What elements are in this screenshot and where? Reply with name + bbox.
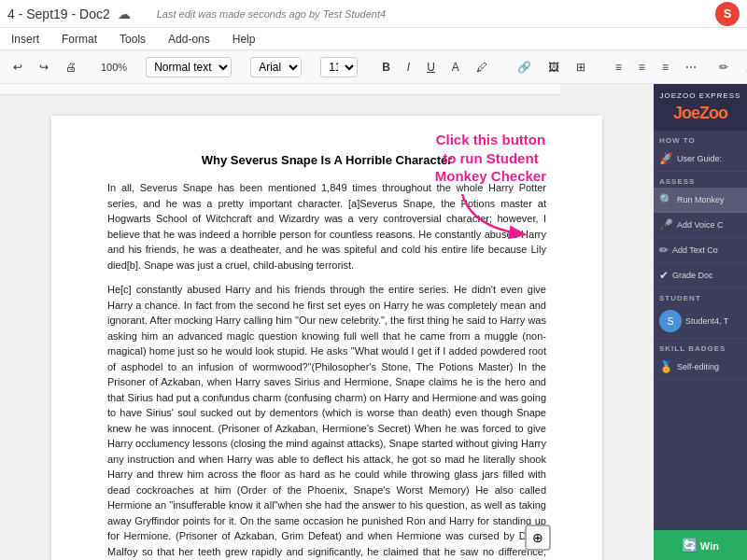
- grade-doc-label: Grade Doc: [672, 271, 713, 280]
- size-select[interactable]: 11: [320, 57, 358, 77]
- sidebar: JoeZoo Express JoeZoo HOW TO 🚀 User Guid…: [654, 84, 747, 560]
- joezoo-express-label: JoeZoo Express: [659, 91, 741, 100]
- how-to-section-label: HOW TO: [654, 131, 747, 147]
- doc-bottom-icon[interactable]: ⊕: [525, 525, 551, 551]
- sidebar-item-grade-doc[interactable]: ✔ Grade Doc: [654, 263, 747, 288]
- doc-paragraph-1: In all, Severus Snape has been mentioned…: [107, 180, 546, 273]
- doc-title: 4 - Sept19 - Doc2: [7, 7, 110, 21]
- mic-icon: 🎤: [659, 218, 673, 231]
- font-select[interactable]: Arial: [250, 57, 302, 77]
- student-name: Student4, T: [685, 316, 728, 326]
- edit-icon: ✏: [659, 244, 669, 257]
- menu-format[interactable]: Format: [58, 31, 101, 48]
- main-area: Why Severus Snape Is A Horrible Characte…: [0, 84, 747, 560]
- menu-insert[interactable]: Insert: [7, 31, 43, 48]
- menu-help[interactable]: Help: [229, 31, 260, 48]
- doc-page: Why Severus Snape Is A Horrible Characte…: [51, 116, 602, 560]
- collapse-button[interactable]: ∧: [740, 59, 747, 76]
- refresh-label: Win: [700, 540, 719, 552]
- run-monkey-label: Run Monkey: [677, 195, 725, 204]
- redo-button[interactable]: ↪: [34, 59, 54, 76]
- sidebar-item-add-text[interactable]: ✏ Add Text Co: [654, 238, 747, 263]
- refresh-icon: 🔄: [682, 538, 698, 553]
- sidebar-header: JoeZoo Express JoeZoo: [654, 84, 747, 131]
- table-button[interactable]: ⊞: [571, 59, 591, 76]
- sidebar-spacer: [654, 380, 747, 530]
- joezoo-logo: JoeZoo: [659, 104, 741, 123]
- menu-tools[interactable]: Tools: [116, 31, 149, 48]
- self-editing-label: Self-editing: [677, 362, 719, 371]
- zoom-label: 100%: [101, 62, 127, 73]
- edit-button[interactable]: ✏: [713, 59, 734, 76]
- align-button[interactable]: ≡: [610, 59, 627, 76]
- link-button[interactable]: 🔗: [512, 59, 537, 76]
- ruler: [0, 84, 560, 95]
- menu-bar: Insert Format Tools Add-ons Help: [0, 28, 747, 50]
- sidebar-item-add-voice[interactable]: 🎤 Add Voice C: [654, 213, 747, 238]
- doc-body[interactable]: In all, Severus Snape has been mentioned…: [107, 180, 546, 560]
- sidebar-item-self-editing[interactable]: 🏅 Self-editing: [654, 355, 747, 380]
- sidebar-item-user-guide[interactable]: 🚀 User Guide:: [654, 147, 747, 172]
- undo-button[interactable]: ↩: [7, 59, 28, 76]
- cloud-icon: ☁: [118, 7, 131, 21]
- top-bar-left: 4 - Sept19 - Doc2 ☁ Last edit was made s…: [7, 7, 386, 21]
- check-icon: ✔: [659, 269, 669, 282]
- user-guide-label: User Guide:: [677, 154, 722, 163]
- rocket-icon: 🚀: [659, 152, 673, 165]
- italic-button[interactable]: I: [402, 59, 416, 76]
- badge-icon: 🏅: [659, 360, 673, 373]
- sidebar-item-run-monkey[interactable]: 🔍 Run Monkey: [654, 188, 747, 213]
- style-select[interactable]: Normal text: [146, 57, 232, 77]
- print-button[interactable]: 🖨: [60, 59, 82, 76]
- add-text-label: Add Text Co: [672, 245, 718, 255]
- menu-addons[interactable]: Add-ons: [164, 31, 214, 48]
- image-button[interactable]: 🖼: [543, 59, 565, 76]
- list-button[interactable]: ≡: [633, 59, 651, 76]
- font-color-button[interactable]: A: [446, 59, 465, 76]
- assess-section-label: ASSESS: [654, 172, 747, 188]
- student-avatar: S: [659, 310, 682, 332]
- doc-paragraph-2: He[c] constantly abused Harry and his fr…: [107, 282, 546, 560]
- toolbar: ↩ ↪ 🖨 100% Normal text Arial 11 B I U A …: [0, 50, 747, 84]
- indent-button[interactable]: ≡: [656, 59, 674, 76]
- refresh-button[interactable]: 🔄 Win: [654, 530, 747, 560]
- skill-badges-section-label: SKILL BADGES: [654, 339, 747, 355]
- student-section-label: STUDENT: [654, 288, 747, 304]
- add-voice-label: Add Voice C: [677, 220, 724, 230]
- top-bar: 4 - Sept19 - Doc2 ☁ Last edit was made s…: [0, 0, 747, 28]
- more-button[interactable]: ⋯: [680, 59, 702, 76]
- underline-button[interactable]: U: [421, 59, 441, 76]
- highlight-button[interactable]: 🖊: [471, 59, 493, 76]
- bold-button[interactable]: B: [376, 59, 396, 76]
- doc-area: Why Severus Snape Is A Horrible Characte…: [0, 84, 654, 560]
- doc-title-heading: Why Severus Snape Is A Horrible Characte…: [107, 153, 546, 167]
- save-status: Last edit was made seconds ago by Test S…: [157, 8, 386, 20]
- avatar[interactable]: S: [715, 2, 740, 26]
- sidebar-item-student[interactable]: S Student4, T: [654, 304, 747, 339]
- search-icon: 🔍: [659, 193, 673, 206]
